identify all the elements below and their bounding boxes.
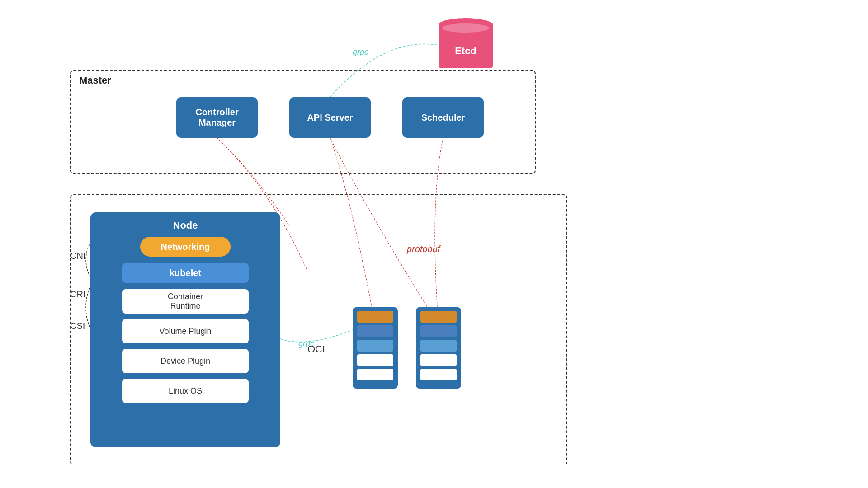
container-runtime-label: ContainerRuntime [168, 292, 203, 311]
etcd-label: Etcd [439, 45, 493, 57]
pod-bar-orange-2 [420, 311, 457, 323]
diagram-container: Etcd grpc Master ControllerManager API S… [0, 0, 868, 488]
cri-label: CRI [70, 289, 85, 300]
device-plugin-box: Device Plugin [122, 349, 249, 373]
pod-bar-orange-1 [357, 311, 393, 323]
etcd-top-inner [442, 23, 489, 33]
api-server-label: API Server [307, 113, 353, 123]
etcd-component: Etcd [439, 14, 493, 72]
kubelet-box: kubelet [122, 263, 249, 283]
cni-label: CNI [70, 251, 85, 261]
etcd-top [439, 18, 493, 32]
api-server-box: API Server [289, 97, 371, 138]
protobuf-label: protobuf [407, 244, 440, 254]
networking-box: Networking [140, 237, 231, 257]
container-runtime-box: ContainerRuntime [122, 289, 249, 314]
csi-label: CSI [70, 321, 85, 331]
scheduler-box: Scheduler [402, 97, 484, 138]
controller-manager-label: ControllerManager [195, 107, 239, 128]
pod-bar-white-1b [357, 369, 393, 380]
pod-bar-white-1a [357, 354, 393, 366]
pod-container-1 [353, 307, 398, 389]
pod-bar-white-2b [420, 369, 457, 380]
grpc-top-label: grpc [353, 47, 368, 57]
scheduler-label: Scheduler [421, 113, 465, 123]
pod-bar-white-2a [420, 354, 457, 366]
controller-manager-box: ControllerManager [176, 97, 258, 138]
oci-label: OCI [307, 343, 325, 355]
pod-bar-blue-dark-1 [357, 325, 393, 337]
pod-bar-blue-light-1 [357, 340, 393, 352]
pod-container-2 [416, 307, 461, 389]
linux-os-box: Linux OS [122, 379, 249, 403]
master-label: Master [79, 75, 111, 86]
pod-bar-blue-dark-2 [420, 325, 457, 337]
pod-bar-blue-light-2 [420, 340, 457, 352]
node-inner-box: Node Networking kubelet ContainerRuntime… [90, 212, 280, 447]
volume-plugin-box: Volume Plugin [122, 319, 249, 343]
node-title: Node [173, 220, 198, 231]
